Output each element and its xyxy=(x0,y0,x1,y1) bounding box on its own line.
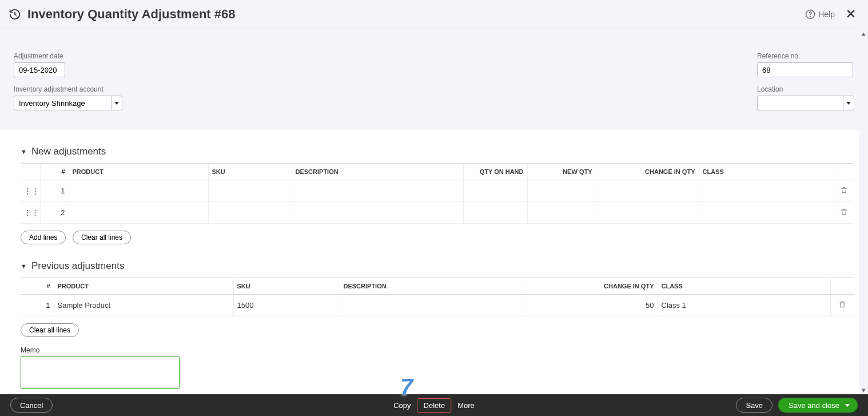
cell-description[interactable] xyxy=(340,295,523,316)
cancel-button[interactable]: Cancel xyxy=(10,398,53,413)
col-rownum: # xyxy=(21,278,54,295)
new-adjustments-toggle[interactable]: ▼ New adjustments xyxy=(21,146,854,157)
col-sku: SKU xyxy=(233,278,340,295)
chevron-down-icon[interactable] xyxy=(843,96,854,110)
page-header: Inventory Quantity Adjustment #68 Help xyxy=(0,0,868,29)
col-product: PRODUCT xyxy=(54,278,233,295)
more-link[interactable]: More xyxy=(451,398,481,413)
previous-adjustments-title: Previous adjustments xyxy=(31,260,125,272)
main-content: ▼ New adjustments # PRODUCT SKU DESCRIPT… xyxy=(0,130,868,398)
refno-input[interactable] xyxy=(757,62,853,77)
row-number: 2 xyxy=(40,202,69,224)
cell-class[interactable]: Class 1 xyxy=(658,295,830,316)
col-change: CHANGE IN QTY xyxy=(523,278,658,295)
trash-icon[interactable] xyxy=(834,180,854,202)
triangle-down-icon: ▼ xyxy=(21,148,27,155)
history-icon[interactable] xyxy=(8,7,22,21)
form-area: Adjustment date Inventory adjustment acc… xyxy=(0,29,868,130)
footer-bar: Cancel Copy Delete More Save Save and cl… xyxy=(0,394,868,416)
chevron-down-icon[interactable] xyxy=(845,404,850,407)
col-qoh: QTY ON HAND xyxy=(463,164,527,180)
svg-point-1 xyxy=(810,16,811,17)
scroll-down-icon[interactable]: ▾ xyxy=(859,385,868,394)
copy-link[interactable]: Copy xyxy=(387,398,417,413)
account-select[interactable] xyxy=(14,96,111,110)
page-title: Inventory Quantity Adjustment #68 xyxy=(27,7,805,22)
triangle-down-icon: ▼ xyxy=(21,263,27,270)
col-rownum: # xyxy=(40,164,69,180)
trash-icon[interactable] xyxy=(830,295,854,316)
row-number: 1 xyxy=(40,180,69,202)
close-button[interactable] xyxy=(845,8,857,21)
location-label: Location xyxy=(757,85,854,93)
trash-icon[interactable] xyxy=(834,202,854,224)
col-newqty: NEW QTY xyxy=(527,164,596,180)
scroll-up-icon[interactable]: ▴ xyxy=(859,29,868,38)
adjustment-date-label: Adjustment date xyxy=(14,52,122,60)
drag-handle-icon[interactable]: ⋮⋮ xyxy=(21,180,40,202)
new-adjustments-table: # PRODUCT SKU DESCRIPTION QTY ON HAND NE… xyxy=(21,163,854,224)
adjustment-date-input[interactable] xyxy=(14,62,65,77)
scrollbar[interactable]: ▴ ▾ xyxy=(859,29,868,394)
clear-all-lines-button-2[interactable]: Clear all lines xyxy=(21,323,79,337)
previous-adjustments-table: # PRODUCT SKU DESCRIPTION CHANGE IN QTY … xyxy=(21,278,854,316)
table-row[interactable]: 1 Sample Product 1500 50 Class 1 xyxy=(21,295,854,316)
save-and-close-label: Save and close xyxy=(789,401,839,410)
clear-all-lines-button[interactable]: Clear all lines xyxy=(73,231,131,244)
memo-textarea[interactable] xyxy=(21,356,180,389)
cell-product[interactable]: Sample Product xyxy=(54,295,233,316)
help-link[interactable]: Help xyxy=(805,9,835,19)
new-adjustments-title: New adjustments xyxy=(31,146,106,157)
add-lines-button[interactable]: Add lines xyxy=(21,231,66,244)
save-button[interactable]: Save xyxy=(736,398,773,413)
drag-handle-icon[interactable]: ⋮⋮ xyxy=(21,202,40,224)
cell-sku[interactable]: 1500 xyxy=(233,295,340,316)
col-class: CLASS xyxy=(699,164,834,180)
col-description: DESCRIPTION xyxy=(340,278,523,295)
col-description: DESCRIPTION xyxy=(292,164,463,180)
row-number: 1 xyxy=(21,295,54,316)
col-sku: SKU xyxy=(208,164,292,180)
delete-link[interactable]: Delete xyxy=(417,398,452,413)
col-change: CHANGE IN QTY xyxy=(596,164,699,180)
cell-change[interactable]: 50 xyxy=(523,295,658,316)
memo-label: Memo xyxy=(21,346,854,354)
account-label: Inventory adjustment account xyxy=(14,85,122,93)
help-label: Help xyxy=(818,10,835,19)
save-and-close-button[interactable]: Save and close xyxy=(778,398,858,413)
table-row[interactable]: ⋮⋮ 2 xyxy=(21,202,854,224)
location-select[interactable] xyxy=(757,96,843,110)
refno-label: Reference no. xyxy=(757,52,854,60)
previous-adjustments-toggle[interactable]: ▼ Previous adjustments xyxy=(21,260,854,272)
table-row[interactable]: ⋮⋮ 1 xyxy=(21,180,854,202)
col-product: PRODUCT xyxy=(69,164,208,180)
col-class: CLASS xyxy=(658,278,830,295)
chevron-down-icon[interactable] xyxy=(111,96,122,110)
